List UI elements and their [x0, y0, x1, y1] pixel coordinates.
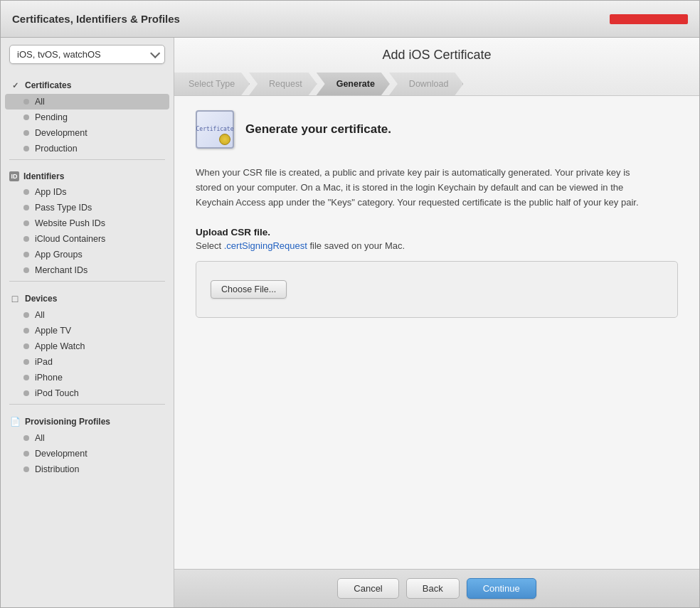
step-label: Download	[409, 79, 449, 89]
sidebar-item-all-certs[interactable]: All	[5, 94, 169, 110]
certificates-icon: ✓	[9, 80, 21, 91]
title-bar: Certificates, Identifiers & Profiles	[1, 1, 699, 38]
step-label: Select Type	[189, 79, 235, 89]
sidebar-item-apple-watch[interactable]: Apple Watch	[1, 338, 174, 354]
cancel-button[interactable]: Cancel	[337, 578, 398, 599]
dot-icon	[23, 220, 29, 226]
choose-file-button[interactable]: Choose File...	[211, 280, 287, 299]
dot-icon	[23, 359, 29, 365]
sidebar-item-label: Production	[35, 144, 78, 154]
app-window: Certificates, Identifiers & Profiles iOS…	[0, 0, 700, 608]
dot-icon	[23, 130, 29, 136]
identifiers-label: Identifiers	[23, 171, 64, 181]
description-text: When your CSR file is created, a public …	[196, 166, 658, 210]
sidebar-item-label: App Groups	[35, 250, 83, 260]
dot-icon	[23, 375, 29, 380]
provisioning-section-header: 📄 Provisioning Profiles	[1, 412, 174, 430]
sidebar-item-label: Development	[35, 449, 88, 459]
dot-icon	[23, 312, 29, 318]
divider	[9, 159, 165, 160]
dot-icon	[23, 99, 29, 105]
sidebar-item-app-ids[interactable]: App IDs	[1, 184, 174, 200]
step-label: Request	[269, 79, 302, 89]
sidebar-section-devices: □ Devices All Apple TV Apple Watch	[1, 289, 174, 401]
sidebar-item-label: All	[35, 433, 45, 443]
sidebar-item-label: iPad	[35, 357, 53, 367]
sidebar-item-apple-tv[interactable]: Apple TV	[1, 323, 174, 338]
back-button[interactable]: Back	[406, 578, 460, 599]
sidebar-item-iphone[interactable]: iPhone	[1, 370, 174, 385]
certificates-label: Certificates	[25, 80, 71, 90]
platform-dropdown[interactable]: iOS, tvOS, watchOS	[9, 45, 165, 64]
devices-label: Devices	[25, 294, 57, 304]
sidebar-item-label: All	[35, 310, 45, 320]
upload-section-title: Upload CSR file.	[196, 227, 678, 238]
app-title: Certificates, Identifiers & Profiles	[12, 13, 180, 25]
sidebar-section-provisioning: 📄 Provisioning Profiles All Development …	[1, 412, 174, 477]
provisioning-icon: 📄	[9, 416, 21, 427]
dot-icon	[23, 435, 29, 441]
sidebar-item-label: All	[35, 97, 45, 107]
upload-section-subtitle: Select .certSigningRequest file saved on…	[196, 240, 678, 251]
sidebar-item-label: Distribution	[35, 464, 80, 474]
sidebar-section-identifiers: ID Identifiers App IDs Pass Type IDs Web…	[1, 167, 174, 278]
sidebar-item-development-profiles[interactable]: Development	[1, 446, 174, 462]
step-download: Download	[389, 73, 464, 95]
certificates-section-header: ✓ Certificates	[1, 75, 174, 94]
upload-sub-text-2: file saved on your Mac.	[307, 240, 405, 251]
dot-icon	[23, 189, 29, 195]
sidebar-item-pending[interactable]: Pending	[1, 110, 174, 125]
dot-icon	[23, 451, 29, 457]
sidebar-item-website-push-ids[interactable]: Website Push IDs	[1, 215, 174, 231]
dot-icon	[23, 267, 29, 273]
sidebar-item-label: Website Push IDs	[35, 218, 105, 228]
dot-icon	[23, 114, 29, 120]
dot-icon	[23, 390, 29, 396]
step-label: Generate	[336, 79, 375, 89]
upload-sub-highlight: .certSigningRequest	[224, 240, 307, 251]
sidebar-item-app-groups[interactable]: App Groups	[1, 247, 174, 262]
main-layout: iOS, tvOS, watchOS ✓ Certificates All Pe…	[1, 38, 699, 607]
sidebar-item-label: iPod Touch	[35, 388, 79, 398]
sidebar-item-ipod-touch[interactable]: iPod Touch	[1, 385, 174, 401]
sidebar-item-merchant-ids[interactable]: Merchant IDs	[1, 262, 174, 278]
sidebar-item-development-cert[interactable]: Development	[1, 125, 174, 141]
sidebar-item-all-devices[interactable]: All	[1, 307, 174, 323]
certificate-icon: Certificate	[196, 110, 234, 149]
continue-button[interactable]: Continue	[467, 578, 536, 599]
dot-icon	[23, 466, 29, 472]
sidebar-item-all-profiles[interactable]: All	[1, 430, 174, 446]
content-header: Add iOS Certificate Select Type Request …	[174, 38, 699, 96]
generate-title: Generate your certificate.	[245, 122, 391, 137]
dot-icon	[23, 205, 29, 210]
cert-seal-icon	[219, 134, 230, 145]
redacted-bar	[610, 14, 688, 24]
sidebar-item-label: Pass Type IDs	[35, 203, 92, 213]
devices-section-header: □ Devices	[1, 289, 174, 307]
sidebar-item-ipad[interactable]: iPad	[1, 354, 174, 370]
step-generate: Generate	[317, 73, 390, 95]
sidebar-item-label: Merchant IDs	[35, 265, 88, 275]
step-request: Request	[249, 73, 317, 95]
sidebar-item-production-cert[interactable]: Production	[1, 141, 174, 156]
dot-icon	[23, 146, 29, 151]
upload-sub-text-1: Select	[196, 240, 224, 251]
generate-header: Certificate Generate your certificate.	[196, 110, 678, 149]
steps-bar: Select Type Request Generate Download	[174, 73, 699, 95]
devices-icon: □	[9, 293, 21, 304]
platform-dropdown-label: iOS, tvOS, watchOS	[17, 49, 146, 60]
sidebar-item-label: Apple TV	[35, 326, 71, 336]
step-select-type: Select Type	[174, 73, 250, 95]
provisioning-label: Provisioning Profiles	[25, 417, 110, 427]
sidebar: iOS, tvOS, watchOS ✓ Certificates All Pe…	[1, 38, 174, 607]
divider	[9, 281, 165, 282]
sidebar-section-certificates: ✓ Certificates All Pending Development	[1, 75, 174, 156]
sidebar-item-icloud-containers[interactable]: iCloud Containers	[1, 231, 174, 247]
sidebar-item-distribution-profiles[interactable]: Distribution	[1, 462, 174, 477]
dot-icon	[23, 236, 29, 242]
sidebar-item-pass-type-ids[interactable]: Pass Type IDs	[1, 200, 174, 215]
dot-icon	[23, 252, 29, 257]
dot-icon	[23, 343, 29, 349]
content-footer: Cancel Back Continue	[174, 569, 699, 607]
identifiers-icon: ID	[9, 171, 19, 181]
